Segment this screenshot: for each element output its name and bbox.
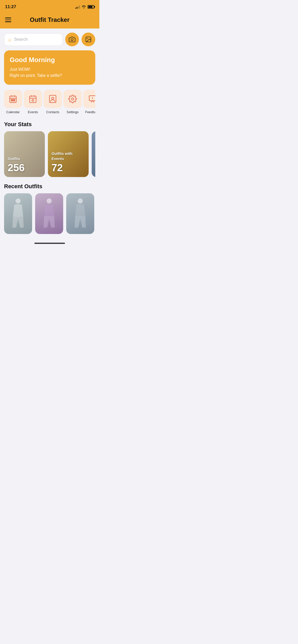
- svg-rect-12: [14, 100, 15, 101]
- svg-point-19: [52, 97, 54, 99]
- stat-card-co[interactable]: Outfits Co... 2: [92, 131, 95, 177]
- contacts-icon: [48, 95, 57, 103]
- signal-icon: [75, 5, 80, 9]
- camera-button[interactable]: [65, 33, 79, 46]
- calendar-icon: [9, 95, 17, 103]
- greeting-banner: Good Morning Just WOW! Right on point. T…: [4, 50, 95, 85]
- quick-actions-row: Calendar Events: [4, 90, 95, 115]
- action-feedback[interactable]: Feedback: [84, 90, 95, 114]
- feedback-label: Feedback: [85, 110, 95, 114]
- stat-card-overlay-2: Outfits with Events 72: [48, 148, 89, 177]
- events-icon-box: [24, 90, 42, 108]
- menu-button[interactable]: [5, 18, 11, 22]
- status-bar: 11:27: [0, 0, 99, 13]
- svg-rect-9: [14, 99, 15, 100]
- app-title: Outfit Tracker: [30, 16, 70, 23]
- search-box[interactable]: ⌕ Search: [4, 33, 63, 46]
- outfit-figure-1: [4, 193, 32, 234]
- svg-point-24: [16, 198, 21, 203]
- settings-icon: [68, 95, 77, 103]
- banner-greeting: Good Morning: [10, 56, 90, 64]
- search-row: ⌕ Search: [4, 33, 95, 46]
- outfit-figure-3: [66, 193, 94, 234]
- contacts-icon-box: [44, 90, 62, 108]
- svg-point-25: [47, 198, 52, 203]
- banner-subtitle: Just WOW! Right on point. Take a selfie?: [10, 66, 90, 79]
- search-icon: ⌕: [8, 37, 11, 42]
- status-time: 11:27: [5, 4, 16, 9]
- stat-card-outfits[interactable]: Outfits 256: [4, 131, 45, 177]
- svg-point-0: [71, 39, 73, 41]
- battery-icon: [88, 5, 94, 9]
- outfit-card-3[interactable]: [66, 193, 94, 234]
- search-placeholder: Search: [14, 37, 28, 42]
- app-header: Outfit Tracker: [0, 13, 99, 28]
- feedback-icon: [88, 95, 95, 103]
- home-indicator: [0, 240, 99, 246]
- status-icons: [75, 5, 94, 9]
- outfit-card-1[interactable]: [4, 193, 32, 234]
- svg-rect-10: [11, 100, 12, 101]
- gallery-button[interactable]: [82, 33, 95, 46]
- events-label: Events: [28, 110, 38, 114]
- outfit-figure-2: [35, 193, 63, 234]
- outfit-card-2[interactable]: [35, 193, 63, 234]
- stat-card-overlay-1: Outfits 256: [4, 153, 28, 177]
- stat-value-outfits: 256: [8, 162, 25, 173]
- action-calendar[interactable]: Calendar: [4, 90, 22, 114]
- stats-section-title: Your Stats: [4, 121, 95, 128]
- action-events[interactable]: Events: [24, 90, 42, 114]
- svg-rect-7: [11, 99, 12, 100]
- stat-label-outfits: Outfits: [8, 156, 25, 161]
- action-contacts[interactable]: Contacts: [44, 90, 62, 114]
- recent-outfits-scroll: [4, 193, 95, 236]
- stat-label-events: Outfits with Events: [51, 151, 85, 161]
- home-bar: [34, 243, 65, 244]
- svg-point-26: [78, 198, 83, 203]
- main-content: ⌕ Search Good Morning Just WOW! Right on…: [0, 28, 99, 240]
- wifi-icon: [82, 5, 86, 9]
- camera-icon: [69, 36, 75, 43]
- feedback-icon-box: [83, 90, 95, 108]
- settings-label: Settings: [67, 110, 79, 114]
- stat-card-overlay-3: Outfits Co... 2: [92, 153, 95, 177]
- settings-icon-box: [63, 90, 82, 108]
- stat-value-events: 72: [51, 162, 85, 173]
- recent-outfits-title: Recent Outfits: [4, 183, 95, 190]
- svg-point-2: [87, 38, 88, 39]
- svg-point-17: [32, 99, 34, 101]
- svg-rect-8: [13, 99, 13, 100]
- svg-rect-11: [13, 100, 13, 101]
- contacts-label: Contacts: [46, 110, 59, 114]
- calendar-icon-box: [4, 90, 22, 108]
- calendar-label: Calendar: [6, 110, 20, 114]
- action-settings[interactable]: Settings: [64, 90, 82, 114]
- svg-point-20: [72, 98, 74, 100]
- stat-card-events[interactable]: Outfits with Events 72: [48, 131, 89, 177]
- stats-scroll: Outfits 256 Outfits with Events 72 Outfi…: [4, 131, 95, 177]
- events-icon: [29, 95, 37, 103]
- gallery-icon: [85, 36, 92, 43]
